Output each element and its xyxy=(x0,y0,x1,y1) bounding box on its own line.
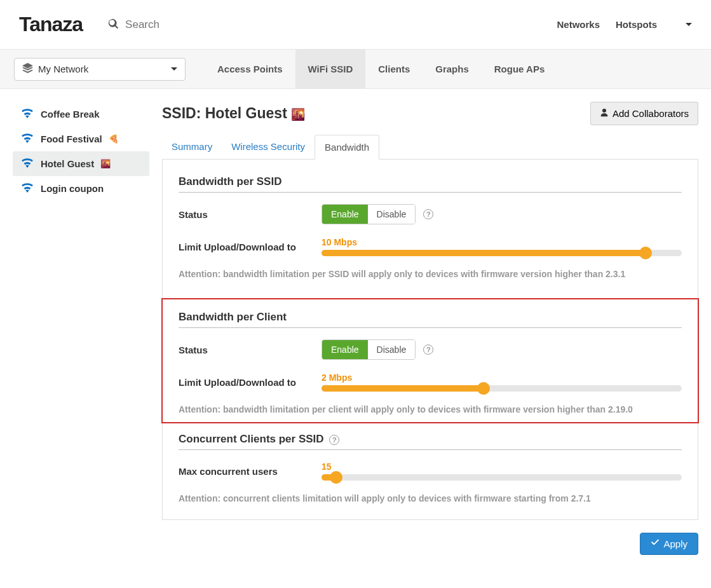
tab-clients[interactable]: Clients xyxy=(365,50,423,88)
tab-graphs[interactable]: Graphs xyxy=(423,50,482,88)
wifi-icon xyxy=(20,158,34,170)
content: SSID: Hotel Guest 🌇 Add Collaborators Su… xyxy=(149,102,698,555)
section-title: Bandwidth per SSID xyxy=(179,175,682,193)
section-title: Bandwidth per Client xyxy=(179,311,682,328)
wifi-icon xyxy=(20,133,34,145)
enable-button[interactable]: Enable xyxy=(322,205,368,224)
nav-dropdown-caret-icon[interactable] xyxy=(686,23,692,26)
search-icon xyxy=(108,18,119,31)
section-concurrent-clients: Concurrent Clients per SSID ? Max concur… xyxy=(179,433,682,503)
enable-button[interactable]: Enable xyxy=(322,340,368,359)
main: Coffee Break Food Festival 🍕 Hotel Guest… xyxy=(0,89,711,580)
sidebar-item-label: Food Festival xyxy=(41,133,102,144)
nav-hotspots[interactable]: Hotspots xyxy=(616,19,657,30)
limit-label: Limit Upload/Download to xyxy=(179,242,322,252)
tab-wifi-ssid[interactable]: WiFi SSID xyxy=(295,50,366,88)
nav-networks[interactable]: Networks xyxy=(557,19,600,30)
sunset-icon: 🌇 xyxy=(291,108,305,121)
network-caret-icon xyxy=(171,67,177,71)
tab-rogue-aps[interactable]: Rogue APs xyxy=(482,50,557,88)
section-bandwidth-per-ssid: Bandwidth per SSID Status Enable Disable… xyxy=(179,175,682,279)
help-icon[interactable]: ? xyxy=(329,435,339,445)
concurrent-slider[interactable]: 15 xyxy=(322,462,682,481)
subnav: My Network Access Points WiFi SSID Clien… xyxy=(0,49,711,89)
footer: Apply xyxy=(162,533,698,555)
help-icon[interactable]: ? xyxy=(423,345,433,355)
limit-label: Limit Upload/Download to xyxy=(179,377,322,388)
page-title: SSID: Hotel Guest 🌇 xyxy=(162,105,305,122)
sidebar-item-label: Hotel Guest xyxy=(41,158,94,169)
attention-text: Attention: bandwidth limitation per clie… xyxy=(179,404,682,414)
bandwidth-ssid-slider[interactable]: 10 Mbps xyxy=(322,237,682,256)
help-icon[interactable]: ? xyxy=(423,209,433,219)
subnav-tabs: Access Points WiFi SSID Clients Graphs R… xyxy=(205,50,557,88)
sidebar: Coffee Break Food Festival 🍕 Hotel Guest… xyxy=(13,102,149,555)
sidebar-item-login-coupon[interactable]: Login coupon xyxy=(13,176,149,201)
pizza-icon: 🍕 xyxy=(109,134,119,144)
section-bandwidth-per-client-highlight: Bandwidth per Client Status Enable Disab… xyxy=(161,298,699,423)
max-users-label: Max concurrent users xyxy=(179,466,322,477)
top-nav: Networks Hotspots xyxy=(557,19,692,30)
sidebar-item-label: Login coupon xyxy=(41,183,104,194)
apply-button[interactable]: Apply xyxy=(640,533,698,555)
sunset-icon: 🌇 xyxy=(100,159,111,168)
slider-value: 15 xyxy=(322,462,682,472)
status-toggle: Enable Disable xyxy=(322,339,416,360)
network-selector[interactable]: My Network xyxy=(14,58,186,81)
sidebar-item-food-festival[interactable]: Food Festival 🍕 xyxy=(13,126,149,151)
bandwidth-panel: Bandwidth per SSID Status Enable Disable… xyxy=(162,160,698,520)
sidebar-item-coffee-break[interactable]: Coffee Break xyxy=(13,102,149,126)
bandwidth-client-slider[interactable]: 2 Mbps xyxy=(322,373,682,392)
disable-button[interactable]: Disable xyxy=(368,340,416,359)
section-bandwidth-per-client: Bandwidth per Client Status Enable Disab… xyxy=(179,311,682,414)
status-label: Status xyxy=(179,209,322,220)
status-toggle: Enable Disable xyxy=(322,204,416,224)
inner-tabs: Summary Wireless Security Bandwidth xyxy=(162,135,698,160)
person-icon xyxy=(600,108,609,119)
inner-tab-wireless-security[interactable]: Wireless Security xyxy=(222,135,315,159)
wifi-icon xyxy=(20,182,34,195)
attention-text: Attention: concurrent clients limitation… xyxy=(179,493,682,503)
layers-icon xyxy=(22,63,33,76)
slider-value: 10 Mbps xyxy=(322,237,682,247)
inner-tab-bandwidth[interactable]: Bandwidth xyxy=(315,135,379,160)
inner-tab-summary[interactable]: Summary xyxy=(162,135,222,159)
content-header: SSID: Hotel Guest 🌇 Add Collaborators xyxy=(162,102,698,125)
search-input[interactable] xyxy=(125,18,252,31)
network-selected-label: My Network xyxy=(38,64,88,74)
attention-text: Attention: bandwidth limitation per SSID… xyxy=(179,269,682,279)
slider-value: 2 Mbps xyxy=(322,373,682,383)
wifi-icon xyxy=(20,108,34,120)
sidebar-item-label: Coffee Break xyxy=(41,109,100,120)
check-icon xyxy=(651,538,660,549)
status-label: Status xyxy=(179,345,322,355)
search-box[interactable] xyxy=(108,18,557,31)
disable-button[interactable]: Disable xyxy=(368,205,416,224)
tab-access-points[interactable]: Access Points xyxy=(205,50,295,88)
logo: Tanaza xyxy=(19,13,83,36)
section-title: Concurrent Clients per SSID ? xyxy=(179,433,682,450)
sidebar-item-hotel-guest[interactable]: Hotel Guest 🌇 xyxy=(13,151,149,176)
header: Tanaza Networks Hotspots xyxy=(0,0,711,49)
add-collaborators-button[interactable]: Add Collaborators xyxy=(590,102,698,125)
